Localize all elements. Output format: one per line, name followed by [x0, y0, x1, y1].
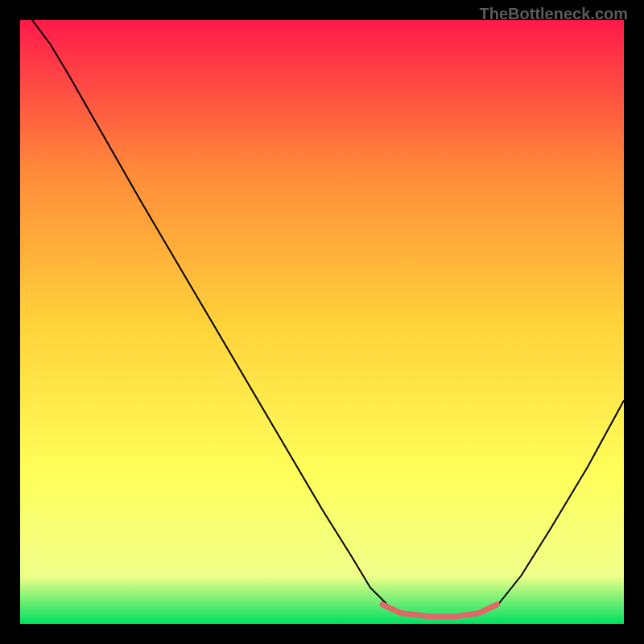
chart-background: [20, 20, 624, 624]
chart-plot-area: [20, 20, 624, 624]
chart-svg: [20, 20, 624, 624]
watermark-text: TheBottleneck.com: [480, 5, 628, 23]
